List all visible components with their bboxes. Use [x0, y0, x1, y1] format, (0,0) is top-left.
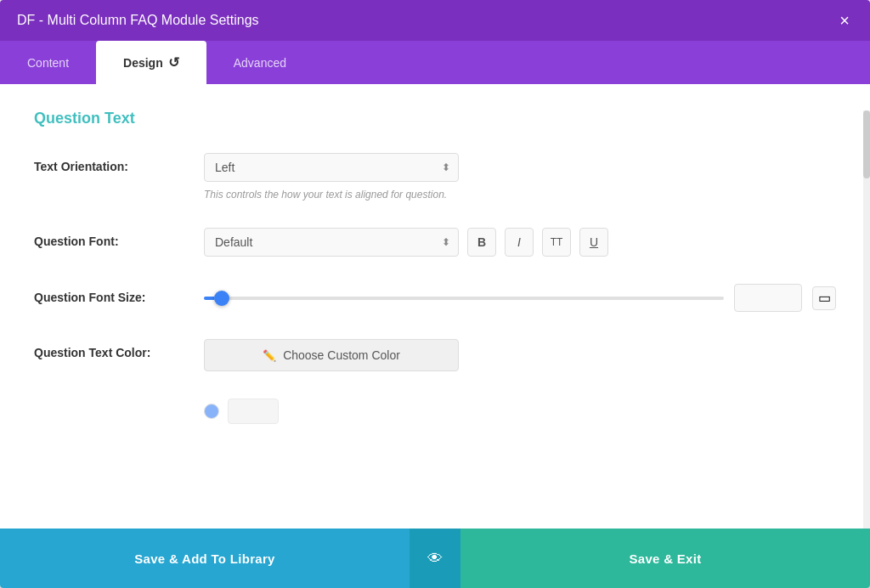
- text-orientation-control: Left Center Right ⬍ This controls the ho…: [204, 153, 836, 201]
- question-font-select-wrapper: Default ⬍: [204, 228, 459, 257]
- close-button[interactable]: ×: [836, 12, 853, 29]
- text-orientation-select[interactable]: Left Center Right: [204, 153, 459, 182]
- title-bar: DF - Multi Column FAQ Module Settings ×: [0, 0, 870, 41]
- color-picker-label: Choose Custom Color: [283, 348, 400, 362]
- modal-container: DF - Multi Column FAQ Module Settings × …: [0, 0, 870, 588]
- underline-button[interactable]: U: [579, 228, 608, 257]
- question-font-size-label: Question Font Size:: [34, 284, 204, 304]
- unit-toggle-icon[interactable]: ▭: [812, 286, 836, 310]
- title-case-button[interactable]: TT: [542, 228, 571, 257]
- modal-title: DF - Multi Column FAQ Module Settings: [17, 13, 259, 28]
- question-text-color-control: ✏️ Choose Custom Color: [204, 339, 836, 371]
- font-row: Default ⬍ B I TT U: [204, 228, 836, 257]
- question-font-control: Default ⬍ B I TT U: [204, 228, 836, 257]
- question-font-select[interactable]: Default: [204, 228, 459, 257]
- tab-design[interactable]: Design ↺: [96, 41, 206, 84]
- responsive-icon: ▭: [818, 290, 831, 306]
- font-size-slider-wrapper: [204, 297, 724, 300]
- text-orientation-hint: This controls the how your text is align…: [204, 189, 836, 201]
- color-picker-icon: ✏️: [263, 349, 276, 362]
- save-library-button[interactable]: Save & Add To Library: [0, 529, 410, 588]
- tab-content[interactable]: Content: [0, 41, 96, 84]
- text-orientation-row: Text Orientation: Left Center Right ⬍ Th…: [34, 153, 836, 201]
- question-text-color-label: Question Text Color:: [34, 339, 204, 359]
- content-area: Question Text Text Orientation: Left Cen…: [0, 84, 870, 529]
- color-picker-button[interactable]: ✏️ Choose Custom Color: [204, 339, 459, 371]
- save-exit-button[interactable]: Save & Exit: [460, 529, 870, 588]
- tab-advanced[interactable]: Advanced: [206, 41, 314, 84]
- bold-button[interactable]: B: [467, 228, 496, 257]
- font-size-slider[interactable]: [204, 297, 724, 300]
- tab-bar: Content Design ↺ Advanced: [0, 41, 870, 84]
- question-font-size-row: Question Font Size: ▭: [34, 284, 836, 312]
- question-text-color-row: Question Text Color: ✏️ Choose Custom Co…: [34, 339, 836, 371]
- question-font-row: Question Font: Default ⬍ B I TT U: [34, 228, 836, 257]
- question-font-size-control: ▭: [204, 284, 836, 312]
- text-orientation-select-wrapper: Left Center Right ⬍: [204, 153, 459, 182]
- footer: Save & Add To Library 👁 Save & Exit: [0, 529, 870, 588]
- reset-icon[interactable]: ↺: [168, 54, 179, 71]
- font-size-input[interactable]: [734, 284, 802, 312]
- italic-button[interactable]: I: [505, 228, 534, 257]
- eye-icon: 👁: [427, 550, 443, 568]
- section-title: Question Text: [34, 110, 836, 127]
- scrollbar-thumb[interactable]: [863, 110, 870, 178]
- partial-row: [34, 399, 836, 424]
- scrollbar-track: [863, 110, 870, 529]
- footer-center-icon: 👁: [410, 529, 460, 588]
- text-orientation-label: Text Orientation:: [34, 153, 204, 173]
- slider-row: ▭: [204, 284, 836, 312]
- question-font-label: Question Font:: [34, 228, 204, 248]
